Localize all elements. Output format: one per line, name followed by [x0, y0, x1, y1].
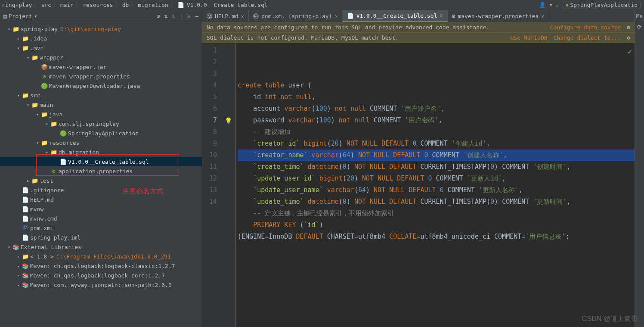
code-line[interactable]: `creator_name` varchar(64) NOT NULL DEFA… — [238, 149, 635, 161]
chevron-down-icon[interactable]: ▾ — [44, 150, 50, 155]
tab-label: maven-wrapper.properties — [458, 13, 539, 19]
database-tool-icon[interactable]: ⟳ — [637, 24, 642, 30]
expand-icon[interactable]: ⇅ — [164, 13, 168, 19]
chevron-right-icon[interactable]: ▸ — [15, 273, 22, 278]
tree-item[interactable]: ▾📁resources — [0, 138, 202, 147]
editor-tab[interactable]: Ⓜpom.xml (spring-play)× — [249, 10, 343, 22]
locate-icon[interactable]: ⊕ — [157, 13, 160, 19]
gear-icon[interactable]: ✲ — [187, 13, 191, 19]
code-line[interactable]: `create_time` datetime(0) NOT NULL DEFAU… — [238, 161, 635, 173]
tree-item[interactable]: ▸📁.idea — [0, 34, 202, 43]
chevron-right-icon[interactable]: ▸ — [15, 36, 22, 41]
chevron-down-icon[interactable]: ▾ — [15, 93, 22, 98]
code-line[interactable]: `creator_id` bigint(20) NOT NULL DEFAULT… — [238, 138, 635, 149]
breadcrumb-part[interactable]: main — [60, 2, 74, 8]
breadcrumb-part[interactable]: db — [122, 2, 129, 8]
tree-item[interactable]: ▾📁java — [0, 109, 202, 119]
project-tree[interactable]: ▾📁spring-play D:\git\spring-play▸📁.idea▾… — [0, 22, 202, 327]
banner-action-link[interactable]: Change dialect to... — [554, 34, 621, 41]
editor-tabs[interactable]: ⓂHELP.md×Ⓜpom.xml (spring-play)×📄V1.0.0_… — [202, 10, 635, 22]
chevron-right-icon[interactable]: ▸ — [15, 254, 22, 259]
maven-tool-tab[interactable]: Ma — [636, 13, 643, 19]
tree-item[interactable]: ▸📄mvnw — [0, 204, 202, 214]
chevron-down-icon[interactable]: ▾ — [34, 112, 40, 117]
tree-item[interactable]: ▾📁src — [0, 90, 202, 100]
tree-item[interactable]: ▸📄mvnw.cmd — [0, 214, 202, 223]
close-icon[interactable]: × — [334, 13, 337, 19]
close-icon[interactable]: × — [541, 13, 544, 19]
tree-item[interactable]: ▾📁db.migration — [0, 147, 202, 157]
line-number: 5 — [205, 91, 217, 103]
tree-item[interactable]: ▸🟢SpringPlayApplication — [0, 128, 202, 138]
code-line[interactable]: PRIMARY KEY (`id`) — [238, 219, 635, 231]
gear-icon[interactable]: ⚙ — [627, 24, 630, 31]
breadcrumb-part[interactable]: ring-play — [2, 2, 32, 8]
chevron-down-icon[interactable]: ▾ — [15, 46, 22, 50]
breadcrumb[interactable]: ring-play 〉src 〉main 〉resources 〉db 〉mig… — [2, 1, 268, 9]
gear-icon[interactable]: ⚙ — [627, 34, 630, 41]
code-line[interactable]: create table user ( — [238, 80, 635, 91]
code-line[interactable]: `update_user_name` varchar(64) NOT NULL … — [238, 184, 635, 196]
code-line[interactable]: `update_time` datetime(0) NOT NULL DEFAU… — [238, 196, 635, 208]
run-button-icon[interactable]: ↙ — [556, 2, 560, 8]
tree-item[interactable]: ▸Ⓜpom.xml — [0, 223, 202, 233]
chevron-down-icon[interactable]: ▾ — [25, 55, 31, 60]
inspection-ok-icon[interactable]: ✔ — [628, 46, 632, 57]
chevron-right-icon[interactable]: ▸ — [15, 264, 22, 268]
editor-tab[interactable]: ⚙maven-wrapper.properties× — [448, 10, 549, 22]
tree-item[interactable]: ▸⚙application.properties — [0, 166, 202, 176]
banner-action-link[interactable]: Configure data source — [550, 24, 621, 31]
breadcrumb-part[interactable]: resources — [83, 2, 113, 8]
tree-item[interactable]: ▸🟢MavenWrapperDownloader.java — [0, 81, 202, 90]
banner-action-link[interactable]: Use MariaDB — [511, 34, 548, 41]
chevron-right-icon[interactable]: ▸ — [25, 178, 31, 183]
tree-item[interactable]: ▸📁test — [0, 176, 202, 185]
code-line[interactable]: -- 定义主键，主键已经是索引，不用额外加索引 — [238, 208, 635, 219]
folder-icon: 📁 — [50, 121, 58, 127]
breadcrumb-part[interactable]: V1.0.0__Create_table.sql — [187, 2, 268, 8]
code-line[interactable]: `update_user_id` bigint(20) NOT NULL DEF… — [238, 173, 635, 184]
tree-item[interactable]: ▸📚Maven: com.jayway.jsonpath:json-path:2… — [0, 280, 202, 290]
tree-item[interactable]: ▸📚Maven: ch.qos.logback:logback-core:1.2… — [0, 271, 202, 280]
chevron-down-icon[interactable]: ▾ — [44, 121, 50, 126]
close-icon[interactable]: × — [440, 12, 443, 19]
chevron-right-icon[interactable]: ▸ — [15, 283, 22, 287]
tree-item[interactable]: ▾📁com.slj.springplay — [0, 119, 202, 128]
chevron-down-icon[interactable]: ▾ — [34, 140, 40, 145]
tree-item[interactable]: ▾📁main — [0, 100, 202, 109]
code-area[interactable]: ✔ create table user ( id int not null, a… — [236, 43, 635, 327]
tree-item[interactable]: ▸📄HELP.md — [0, 195, 202, 204]
editor[interactable]: 1234567891011121314 ✔ create table user … — [202, 43, 635, 327]
tree-item[interactable]: ▸📄.gitignore — [0, 185, 202, 195]
code-line[interactable]: password varchar(100) not null COMMENT '… — [238, 115, 635, 126]
tree-item[interactable]: ▾📁.mvn — [0, 43, 202, 53]
editor-tab[interactable]: 📄V1.0.0__Create_table.sql× — [343, 10, 448, 22]
close-icon[interactable]: × — [241, 13, 244, 19]
chevron-down-icon[interactable]: ▾ — [25, 103, 31, 107]
vcs-icon[interactable]: 👤 ▾ — [539, 2, 553, 8]
code-line[interactable]: id int not null, — [238, 91, 635, 103]
tree-item[interactable]: ▸📄V1.0.0__Create_table.sql — [0, 157, 202, 166]
breadcrumb-part[interactable]: src — [41, 2, 51, 8]
intention-bulb-icon[interactable] — [221, 115, 235, 126]
breadcrumb-part[interactable]: migration — [138, 2, 168, 8]
tree-item[interactable]: ▸📚Maven: ch.qos.logback:logback-classic:… — [0, 261, 202, 271]
code-line[interactable]: )ENGINE=InnoDB DEFAULT CHARSET=utf8mb4 C… — [238, 231, 635, 243]
tree-item[interactable]: ▾📁wrapper — [0, 53, 202, 62]
tree-item-label: maven-wrapper.jar — [49, 64, 106, 70]
code-line[interactable]: account varchar(100) not null COMMENT '用… — [238, 103, 635, 115]
run-config[interactable]: ● SpringPlayApplicatio — [563, 1, 641, 9]
code-line[interactable]: -- 建议增加 — [238, 126, 635, 138]
tree-item[interactable]: ▾📁spring-play D:\git\spring-play — [0, 24, 202, 34]
tree-item[interactable]: ▸📄spring-play.iml — [0, 233, 202, 242]
collapse-icon[interactable]: ÷ — [172, 13, 176, 19]
chevron-down-icon[interactable]: ▾ — [6, 245, 12, 249]
tree-item[interactable]: ▾📚External Libraries — [0, 242, 202, 252]
tree-item[interactable]: ▸⚙maven-wrapper.properties — [0, 72, 202, 81]
project-tool-title[interactable]: ▤ Project ▾ — [3, 13, 37, 19]
editor-tab[interactable]: ⓂHELP.md× — [202, 10, 249, 22]
hide-icon[interactable]: — — [195, 13, 198, 19]
tree-item[interactable]: ▸📦maven-wrapper.jar — [0, 62, 202, 72]
chevron-down-icon[interactable]: ▾ — [6, 27, 12, 31]
tree-item[interactable]: ▸📁< 1.8 > C:\Program Files\Java\jdk1.8.0… — [0, 252, 202, 261]
